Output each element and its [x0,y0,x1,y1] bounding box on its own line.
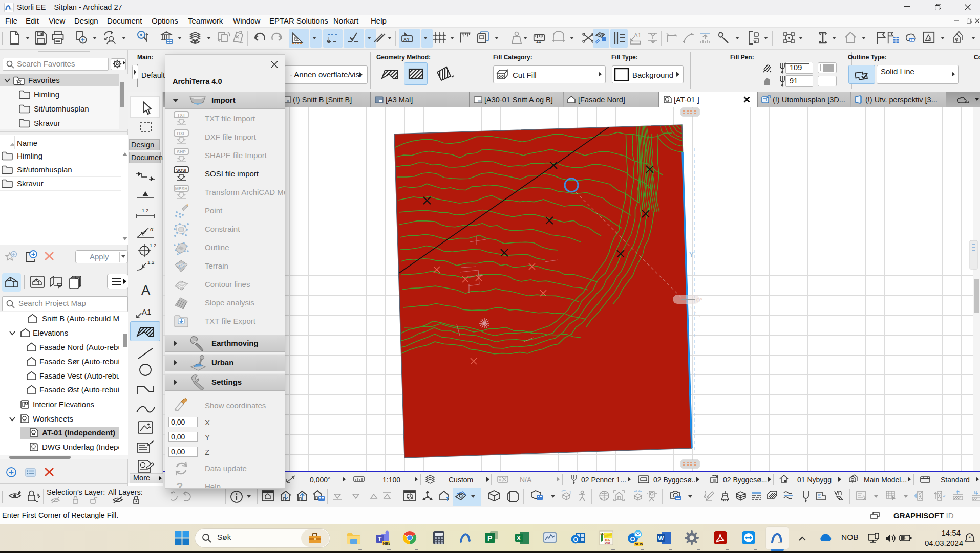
svg-text:TXT: TXT [177,113,186,118]
svg-text:z: z [971,534,972,537]
svg-text:NEW: NEW [635,542,644,546]
svg-text:P: P [487,534,492,542]
svg-text:1.2: 1.2 [142,208,148,213]
svg-text:W: W [658,535,664,542]
svg-text:EU: EU [601,532,605,535]
svg-text:SHP: SHP [177,149,186,154]
svg-text:α: α [150,226,154,232]
svg-text:O: O [573,536,578,543]
svg-text:0°: 0° [696,296,702,304]
svg-text:SOSI: SOSI [176,168,186,173]
svg-text:A: A [141,282,151,298]
svg-text:NEW: NEW [383,541,391,546]
svg-text:X: X [517,535,521,542]
svg-text:12: 12 [536,39,541,44]
svg-text:1.2: 1.2 [147,259,154,265]
svg-text:DIM: DIM [605,541,610,544]
svg-text:DXF: DXF [177,131,186,136]
svg-text:XY: XY [403,37,410,42]
svg-text:1.2: 1.2 [150,242,156,248]
svg-text:Y: Y [689,251,694,258]
svg-text:MESH: MESH [175,186,188,191]
svg-text:A1: A1 [634,32,641,38]
svg-text:A1: A1 [142,307,151,316]
svg-text:T: T [378,536,382,543]
svg-text:O: O [630,535,635,543]
